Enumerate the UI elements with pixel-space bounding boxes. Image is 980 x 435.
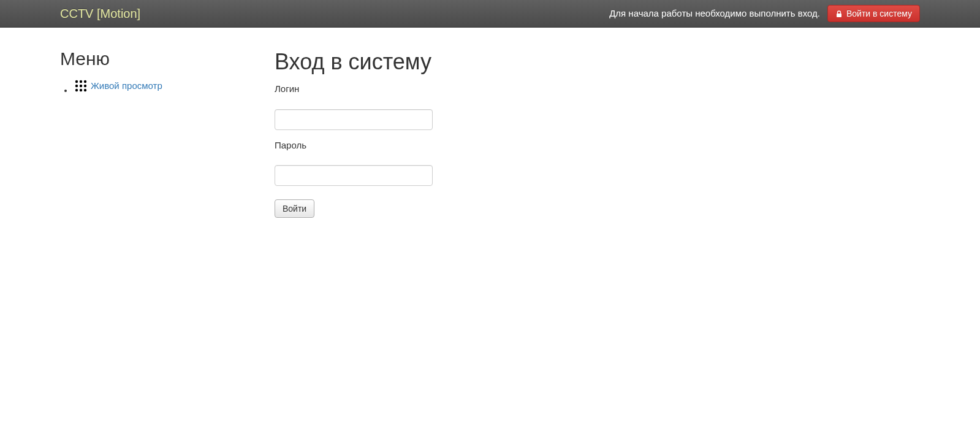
page-title: Вход в систему [275,46,920,77]
login-label: Логин [275,82,920,95]
menu-list-item: Живой просмотр [74,79,250,93]
svg-point-6 [84,85,86,87]
svg-point-3 [84,80,86,83]
svg-point-2 [80,80,82,83]
svg-point-1 [75,80,78,83]
sidebar: Меню [60,40,250,218]
main-content: Вход в систему Логин Пароль Войти [275,40,920,218]
password-group: Пароль [275,139,920,186]
password-input[interactable] [275,165,433,186]
sidebar-item-live-view[interactable]: Живой просмотр [91,79,162,92]
svg-point-4 [75,85,78,87]
navbar: CCTV [Motion] Для начала работы необходи… [0,0,980,28]
menu-list: Живой просмотр [60,79,250,93]
lock-icon [835,10,843,17]
svg-rect-0 [837,13,841,17]
brand-link[interactable]: CCTV [Motion] [60,7,140,20]
login-required-text: Для начала работы необходимо выполнить в… [609,7,820,20]
password-label: Пароль [275,139,920,152]
sidebar-title: Меню [60,46,250,72]
svg-point-7 [75,89,78,91]
svg-point-8 [80,89,82,91]
navbar-left: CCTV [Motion] [12,5,140,23]
login-system-button-label: Войти в систему [846,9,912,18]
svg-point-5 [80,85,82,87]
container: Меню [0,28,980,230]
login-form: Логин Пароль Войти [275,82,920,218]
login-input[interactable] [275,109,433,130]
grid-icon [74,79,88,93]
navbar-right: Для начала работы необходимо выполнить в… [609,5,968,22]
login-group: Логин [275,82,920,129]
submit-button[interactable]: Войти [275,199,314,218]
login-system-button[interactable]: Войти в систему [827,5,920,22]
svg-point-9 [84,89,86,91]
